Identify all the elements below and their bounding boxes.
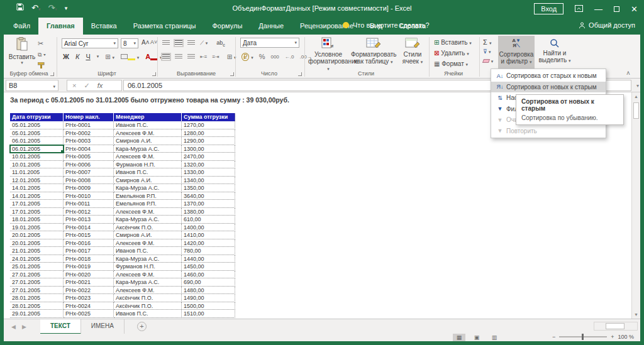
menu-item[interactable]: Я↓ Сортировка от новых к старым [491, 82, 606, 93]
insert-function-icon[interactable]: fx [97, 82, 103, 89]
increase-indent-icon[interactable]: ≡⇥ [212, 54, 219, 60]
cancel-entry-icon[interactable]: × [72, 82, 76, 89]
paste-button[interactable]: Вставить▾ [8, 37, 36, 65]
percent-style-icon[interactable]: % [259, 53, 265, 60]
zoom-slider[interactable] [559, 336, 607, 337]
align-right-icon[interactable] [187, 54, 195, 60]
font-size-combo[interactable]: 8▾ [121, 38, 138, 48]
underline-button[interactable]: Ч [86, 53, 90, 60]
page-layout-view-icon[interactable]: ▣ [470, 334, 483, 341]
table-row[interactable]: 18.01.2005 РНх-0013 Кара-Мурза А.С. 610,… [10, 216, 235, 224]
confirm-entry-icon[interactable]: ✓ [84, 82, 89, 90]
format-painter-icon[interactable] [38, 62, 46, 70]
fill-icon[interactable]: ⊽ ▾ [483, 48, 493, 55]
menu-item[interactable]: ▼ Повторить [491, 126, 606, 137]
ribbon-display-options-icon[interactable] [575, 4, 583, 14]
normal-view-icon[interactable]: ▦ [453, 334, 465, 341]
ribbon-tab[interactable]: Файл [5, 18, 38, 35]
table-row[interactable]: 20.01.2005 РНх-0016 Алексеев Ф.М. 1420,0… [10, 239, 235, 248]
sheet-nav-left-icon[interactable]: ◀ [11, 324, 22, 330]
align-bottom-icon[interactable] [187, 40, 195, 46]
table-row[interactable]: 28.01.2005 РНх-0024 Аксёнчик П.О. 1500,0… [10, 302, 235, 310]
zoom-level[interactable]: 100 % [618, 334, 634, 340]
expand-formula-bar-icon[interactable]: ▾ [636, 83, 639, 89]
table-row[interactable]: 14.01.2005 РНх-0009 Кара-Мурза А.С. 1350… [10, 184, 235, 192]
align-center-icon[interactable] [175, 54, 182, 60]
increase-decimal-icon[interactable]: ←.0 [285, 54, 294, 60]
sheet-tab[interactable]: ТЕКСТ [40, 319, 81, 334]
table-row[interactable]: 10.01.2005 РНх-0006 Фурманов Н.П. 1320,0… [10, 161, 235, 169]
wrap-text-icon[interactable]: abc [216, 40, 225, 47]
accounting-format-icon[interactable]: ₽ ▾ [242, 53, 253, 60]
cell-styles-button[interactable]: Стили ячеек ▾ [399, 37, 426, 65]
decrease-indent-icon[interactable]: ⇤≡ [200, 54, 207, 60]
sheet-nav-right-icon[interactable]: ▶ [22, 324, 33, 330]
ribbon-tab[interactable]: Формулы [204, 18, 250, 35]
table-row[interactable]: 25.01.2005 РНх-0019 Фурманов Н.П. 1450,0… [10, 263, 235, 271]
ribbon-tab[interactable]: Разметка страницы [125, 18, 204, 35]
table-row[interactable]: 12.01.2005 РНх-0008 Смирнов А.И. 1340,00 [10, 177, 235, 185]
number-dialog-launcher[interactable] [298, 72, 302, 76]
alignment-dialog-launcher[interactable] [230, 72, 234, 76]
font-dialog-launcher[interactable] [152, 72, 156, 76]
table-row[interactable]: 05.01.2005 РНх-0002 Алексеев Ф.М. 1280,0… [10, 129, 235, 138]
align-middle-icon[interactable] [175, 40, 182, 46]
delete-cells-button[interactable]: ⊠ Удалить ▾ [434, 50, 469, 57]
table-row[interactable]: 21.01.2005 РНх-0017 Иванов П.С. 780,00 [10, 247, 235, 255]
sheet-tab[interactable]: ИМЕНА [81, 319, 125, 334]
table-row[interactable]: 14.01.2005 РНх-0010 Емельянов Р.П. 3640,… [10, 192, 235, 200]
table-row[interactable]: 24.01.2005 РНх-0018 Кара-Мурза А.С. 1440… [10, 255, 235, 263]
minimize-button[interactable]: — [594, 4, 602, 14]
page-break-view-icon[interactable]: ▥ [488, 334, 501, 341]
ribbon-tab[interactable]: Данные [250, 18, 292, 35]
copy-icon[interactable]: ⧉ ▾ [38, 52, 46, 58]
format-as-table-button[interactable]: Форматировать как таблицу ▾ [351, 37, 396, 65]
name-box[interactable]: B8▾ [6, 80, 58, 91]
clear-icon[interactable]: ▾ [483, 57, 493, 64]
scroll-down-icon[interactable]: ▼ [632, 312, 640, 317]
conditional-formatting-button[interactable]: ≠ Условное форматирование ▾ [308, 37, 348, 72]
align-left-icon[interactable] [162, 54, 170, 60]
ribbon-tab[interactable]: Вставка [83, 18, 125, 35]
align-top-icon[interactable] [162, 40, 170, 46]
table-row[interactable]: 17.01.2005 РНх-0012 Алексеев Ф.М. 1380,0… [10, 208, 235, 216]
horizontal-scroll-thumb[interactable] [606, 323, 625, 329]
restore-button[interactable] [614, 4, 619, 14]
table-row[interactable]: 28.01.2005 РНх-0023 Аксёнчик П.О. 1490,0… [10, 294, 235, 302]
font-name-combo[interactable]: Arial Cyr▾ [62, 38, 118, 48]
table-row[interactable]: 27.01.2005 РНх-0020 Алексеев Ф.М. 1460,0… [10, 271, 235, 279]
autosum-icon[interactable]: Σ ▾ [483, 38, 493, 46]
bold-button[interactable]: Ж [63, 53, 69, 60]
tell-me-box[interactable]: Что вы хотите сделать? [343, 21, 430, 29]
font-color-icon[interactable]: А ▾ [145, 53, 162, 60]
collapse-ribbon-icon[interactable]: ˄ [626, 70, 630, 77]
number-format-combo[interactable]: Дата▾ [240, 38, 299, 48]
scroll-up-icon[interactable]: ▲ [632, 94, 640, 99]
ribbon-tab[interactable]: Главная [38, 18, 83, 35]
comma-style-icon[interactable]: 000 [270, 54, 279, 60]
table-row[interactable]: 17.01.2005 РНх-0011 Емельянов Р.П. 1370,… [10, 200, 235, 208]
table-row[interactable]: 11.01.2005 РНх-0007 Иванов П.С. 1330,00 [10, 168, 235, 177]
italic-button[interactable]: К [75, 53, 79, 60]
table-row[interactable]: 27.01.2005 РНх-0021 Кара-Мурза А.С. 690,… [10, 278, 235, 287]
table-row[interactable]: 06.01.2005 РНх-0003 Смирнов А.И. 1290,00 [10, 137, 235, 145]
vertical-scroll-thumb[interactable] [633, 102, 639, 119]
clipboard-dialog-launcher[interactable] [50, 72, 54, 76]
table-row[interactable]: 06.01.2005 РНх-0004 Кара-Мурза А.С. 1300… [10, 145, 235, 153]
borders-icon[interactable]: ⊞ ▾ [105, 53, 114, 60]
table-row[interactable]: 20.01.2005 РНх-0015 Смирнов А.И. 1410,00 [10, 231, 235, 239]
grow-font-icon[interactable]: A˄ [142, 39, 150, 46]
table-row[interactable]: 10.01.2005 РНх-0005 Алексеев Ф.М. 2470,0… [10, 153, 235, 161]
table-row[interactable]: 29.01.2005 РНх-0025 Иванов П.С. 1510,00 [10, 310, 235, 318]
sign-in-button[interactable]: Вход [534, 3, 564, 14]
zoom-out-icon[interactable]: − [552, 334, 555, 340]
close-button[interactable]: ✕ [631, 4, 638, 14]
table-row[interactable]: 27.01.2005 РНх-0022 Алексеев Ф.М. 1480,0… [10, 287, 235, 295]
zoom-in-icon[interactable]: + [611, 334, 614, 340]
underline-caret[interactable]: ▾ [97, 54, 99, 59]
zoom-slider-thumb[interactable] [582, 334, 584, 340]
vertical-scrollbar[interactable]: ▲ ▼ [631, 92, 640, 319]
table-row[interactable]: 19.01.2005 РНх-0014 Аксёнчик П.О. 1400,0… [10, 224, 235, 232]
share-button[interactable]: Общий доступ [579, 21, 635, 29]
table-row[interactable]: 05.01.2005 РНх-0001 Иванов П.С. 1270,00 [10, 121, 235, 129]
